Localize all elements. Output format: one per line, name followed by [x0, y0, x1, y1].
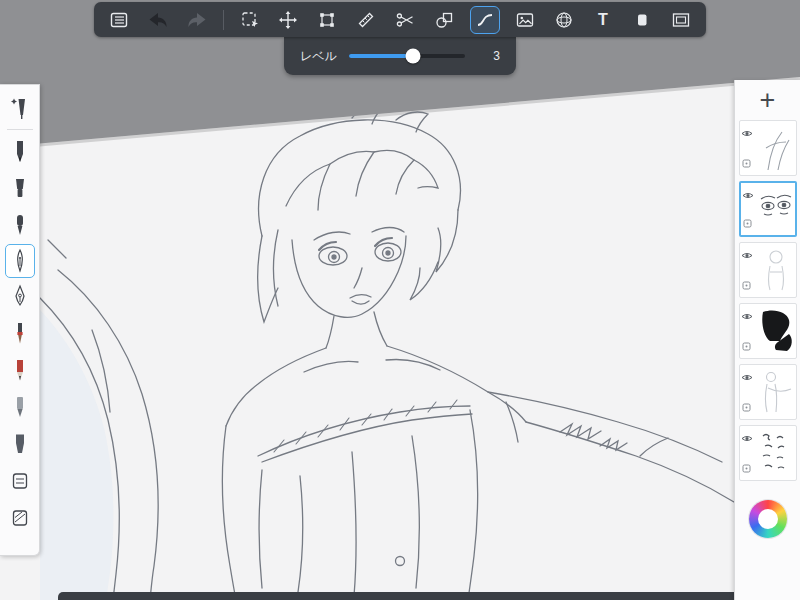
level-slider-panel: レベル 3: [284, 37, 516, 75]
app-window: T レベル 3: [0, 0, 800, 600]
clipping-icon: [742, 276, 751, 294]
clipping-icon: [742, 154, 751, 172]
eye-icon[interactable]: [742, 186, 754, 204]
menu-icon[interactable]: [106, 7, 132, 33]
clipping-icon: [742, 337, 751, 355]
ruler-icon[interactable]: [353, 7, 379, 33]
tool-pencil[interactable]: [3, 133, 37, 170]
tool-red-pencil[interactable]: [3, 352, 37, 389]
tool-pen[interactable]: [5, 244, 35, 278]
layer-thumbnail: [754, 304, 796, 358]
eye-icon[interactable]: [741, 246, 753, 264]
layer-item-handwritten-notes[interactable]: [739, 425, 797, 481]
layer-thumbnail: [755, 183, 795, 235]
move-icon[interactable]: [275, 7, 301, 33]
tool-panel: [0, 84, 40, 556]
mesh-icon[interactable]: [551, 7, 577, 33]
eye-icon[interactable]: [741, 429, 753, 447]
transform-icon[interactable]: [314, 7, 340, 33]
frame-icon[interactable]: [668, 7, 694, 33]
slider-label: レベル: [300, 48, 337, 65]
eye-icon[interactable]: [741, 307, 753, 325]
slider-fill: [349, 54, 413, 58]
tool-nib-pen[interactable]: [3, 278, 37, 315]
text-tool-glyph: T: [598, 12, 608, 28]
marquee-select-icon[interactable]: [237, 7, 263, 33]
clipping-icon: [743, 214, 752, 232]
layer-thumbnail: [754, 365, 796, 419]
image-icon[interactable]: [512, 7, 538, 33]
slider-value: 3: [493, 49, 500, 63]
clipping-icon: [742, 459, 751, 477]
layer-item-faint-figure-sketch[interactable]: [739, 364, 797, 420]
slider-knob[interactable]: [405, 49, 420, 64]
color-wheel-button[interactable]: [749, 500, 787, 538]
tool-marker[interactable]: [3, 426, 37, 463]
tool-material-a[interactable]: [3, 463, 37, 500]
top-toolbar: T: [94, 2, 706, 37]
redo-icon[interactable]: [184, 7, 210, 33]
scissors-icon[interactable]: [392, 7, 418, 33]
bottom-toolbar-edge[interactable]: [58, 592, 800, 600]
layer-item-faint-body-sketch[interactable]: [739, 242, 797, 298]
material-icon[interactable]: [629, 7, 655, 33]
layer-item-figure-sketch[interactable]: [739, 120, 797, 176]
toolbar-divider: [223, 10, 224, 30]
clipping-icon: [742, 398, 751, 416]
tool-brush[interactable]: [3, 315, 37, 352]
level-slider[interactable]: [349, 54, 465, 58]
tool-material-b[interactable]: [3, 500, 37, 537]
tool-gray-pen[interactable]: [3, 389, 37, 426]
layers-panel: +: [734, 80, 800, 600]
curve-tool-icon[interactable]: [470, 6, 500, 34]
layer-thumbnail: [754, 121, 796, 175]
canvas-sheet[interactable]: [0, 77, 800, 600]
add-layer-button[interactable]: +: [735, 80, 800, 120]
tool-chisel-eraser[interactable]: [3, 170, 37, 207]
text-tool-icon[interactable]: T: [590, 7, 616, 33]
tool-blend-pen[interactable]: [3, 90, 37, 127]
shape-icon[interactable]: [431, 7, 457, 33]
layer-item-black-silhouette[interactable]: [739, 303, 797, 359]
tool-ink-pen[interactable]: [3, 207, 37, 244]
eye-icon[interactable]: [741, 124, 753, 142]
eye-icon[interactable]: [741, 368, 753, 386]
layer-item-eyes-sketch[interactable]: [739, 181, 797, 237]
canvas-area[interactable]: [0, 0, 800, 600]
layer-thumbnail: [754, 243, 796, 297]
tool-divider: [7, 129, 33, 130]
undo-icon[interactable]: [145, 7, 171, 33]
layer-thumbnail: [754, 426, 796, 480]
